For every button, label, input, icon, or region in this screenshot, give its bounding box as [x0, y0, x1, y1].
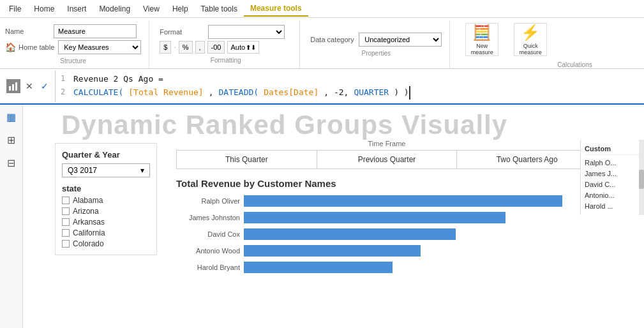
menu-help[interactable]: Help — [166, 2, 195, 16]
bar-row-0: Ralph Oliver — [176, 195, 597, 207]
sidebar-icons: ▦ ⊞ ⊟ — [0, 105, 23, 328]
menu-view[interactable]: View — [137, 2, 166, 16]
bar-label-3: Antonio Wood — [176, 247, 240, 255]
bar-chart-icon[interactable]: ▦ — [3, 108, 20, 126]
new-measure-button[interactable]: 🧮 New measure — [465, 23, 498, 56]
bar-fill-4 — [244, 262, 393, 273]
calculations-section-label: Calculations — [557, 61, 592, 68]
auto-spin-control[interactable]: Auto ⬆⬇ — [227, 41, 259, 54]
lightning-icon: ⚡ — [521, 24, 540, 41]
name-input[interactable] — [54, 24, 137, 38]
menu-home[interactable]: Home — [27, 2, 61, 16]
state-checkbox-california[interactable] — [62, 229, 70, 237]
right-item-4: Harold ... — [585, 202, 640, 210]
state-item-alabama: Alabama — [62, 196, 150, 205]
state-name-alabama: Alabama — [73, 196, 103, 205]
bar-track-4 — [244, 262, 597, 273]
right-panel-title: Custom — [585, 145, 640, 155]
formula-bar: ✕ ✓ 1 Revenue 2 Qs Ago = 2 CALCULATE( [T… — [0, 69, 644, 105]
quick-measure-button[interactable]: ⚡ Quick measure — [514, 23, 547, 56]
state-list: Alabama Arizona Arkansas California Colo… — [62, 196, 150, 248]
state-checkbox-colorado[interactable] — [62, 240, 70, 248]
state-name-colorado: Colorado — [73, 239, 104, 248]
comma-button[interactable]: , — [195, 41, 205, 54]
state-checkbox-alabama[interactable] — [62, 197, 70, 204]
scrollbar-track[interactable] — [639, 140, 644, 215]
quarter-year-dropdown[interactable]: Q3 2017 ▾ — [62, 163, 150, 177]
table-icon[interactable]: ⊞ — [3, 131, 20, 149]
formula-controls: ✕ ✓ — [3, 70, 56, 102]
home-table-label: 🏠 Home table — [5, 42, 54, 52]
state-checkbox-arkansas[interactable] — [62, 218, 70, 226]
menu-insert[interactable]: Insert — [61, 2, 93, 16]
ribbon-structure-section: Name 🏠 Home table Key Measures Structure — [5, 20, 149, 68]
chart-title: Total Revenue by Customer Names — [176, 178, 597, 189]
dec-minus-button[interactable]: -00 — [207, 41, 225, 54]
chart-icon — [6, 79, 20, 93]
formula-editor[interactable]: 1 Revenue 2 Qs Ago = 2 CALCULATE( [Total… — [56, 70, 641, 102]
menu-modeling[interactable]: Modeling — [93, 2, 137, 16]
name-label: Name — [5, 27, 50, 35]
format-select[interactable] — [208, 25, 285, 39]
bar-fill-3 — [244, 245, 421, 257]
formula-line-1: 1 Revenue 2 Qs Ago = — [61, 73, 636, 86]
formula-field: Dates[Date] — [264, 86, 318, 100]
svg-rect-2 — [15, 82, 17, 91]
bar-label-2: David Cox — [176, 230, 240, 238]
scrollbar-thumb[interactable] — [639, 170, 644, 189]
bar-label-1: James Johnston — [176, 214, 240, 221]
properties-section-label: Properties — [310, 50, 442, 57]
quarter-year-value: Q3 2017 — [68, 166, 97, 175]
time-frame-buttons: This Quarter Previous Quarter Two Quarte… — [176, 150, 597, 169]
model-icon[interactable]: ⊟ — [3, 154, 20, 172]
state-label: state — [62, 184, 150, 193]
right-panel: Custom Ralph O... James J... David C... … — [580, 140, 644, 215]
bar-track-1 — [244, 212, 597, 223]
data-category-select[interactable]: Uncategorized — [359, 33, 442, 47]
formula-comma1: , — [209, 86, 214, 100]
chart-panel: Time Frame This Quarter Previous Quarter… — [176, 140, 597, 273]
bar-track-0 — [244, 195, 597, 207]
percent-button[interactable]: % — [179, 41, 193, 54]
state-name-arkansas: Arkansas — [73, 218, 105, 227]
formula-cancel-button[interactable]: ✕ — [23, 80, 36, 93]
right-item-2: David C... — [585, 181, 640, 188]
state-item-arkansas: Arkansas — [62, 218, 150, 227]
home-table-select[interactable]: Key Measures — [58, 40, 141, 54]
spin-arrows[interactable]: ⬆⬇ — [246, 44, 256, 51]
formula-quarter: QUARTER — [354, 86, 389, 100]
dollar-button[interactable]: $ — [160, 41, 171, 54]
bar-fill-2 — [244, 228, 456, 240]
format-controls-row: $ · % , -00 Auto ⬆⬇ — [160, 41, 259, 54]
state-item-california: California — [62, 228, 150, 237]
state-item-arizona: Arizona — [62, 207, 150, 216]
ribbon-formatting-section: Format $ · % , -00 Auto ⬆⬇ Formatting — [160, 20, 300, 68]
formula-measure: [Total Revenue] — [128, 86, 203, 100]
bar-row-2: David Cox — [176, 228, 597, 240]
menu-file[interactable]: File — [3, 2, 27, 16]
ribbon-home-table-row: 🏠 Home table Key Measures — [5, 40, 141, 54]
formula-line1-text: Revenue 2 Qs Ago = — [73, 73, 163, 86]
data-category-row: Data category Uncategorized — [310, 33, 442, 47]
bar-track-2 — [244, 228, 597, 240]
right-list: Ralph O... James J... David C... Antonio… — [585, 159, 640, 210]
state-name-arizona: Arizona — [73, 207, 99, 216]
filter-panel: Quarter & Year Q3 2017 ▾ state Alabama A… — [55, 143, 157, 255]
bar-row-3: Antonio Wood — [176, 245, 597, 257]
menu-table-tools[interactable]: Table tools — [195, 2, 244, 16]
state-checkbox-arizona[interactable] — [62, 207, 70, 215]
quarter-year-label: Quarter & Year — [62, 150, 150, 160]
menu-bar: File Home Insert Modeling View Help Tabl… — [0, 0, 644, 18]
structure-section-label: Structure — [5, 57, 141, 64]
ribbon: Name 🏠 Home table Key Measures Structure… — [0, 18, 644, 69]
formula-confirm-button[interactable]: ✓ — [38, 80, 51, 93]
data-category-label: Data category — [310, 36, 355, 43]
time-btn-two-quarters[interactable]: Two Quarters Ago — [457, 151, 597, 168]
time-btn-previous-quarter[interactable]: Previous Quarter — [317, 151, 458, 168]
main-content: ▦ ⊞ ⊟ Dynamic Ranked Groups Visually Qua… — [0, 105, 644, 328]
menu-measure-tools[interactable]: Measure tools — [244, 1, 308, 17]
ribbon-properties-section: Data category Uncategorized Properties — [310, 20, 450, 68]
time-btn-this-quarter[interactable]: This Quarter — [177, 151, 317, 168]
bar-chart: Ralph OliverJames JohnstonDavid CoxAnton… — [176, 195, 597, 273]
bar-row-1: James Johnston — [176, 212, 597, 223]
